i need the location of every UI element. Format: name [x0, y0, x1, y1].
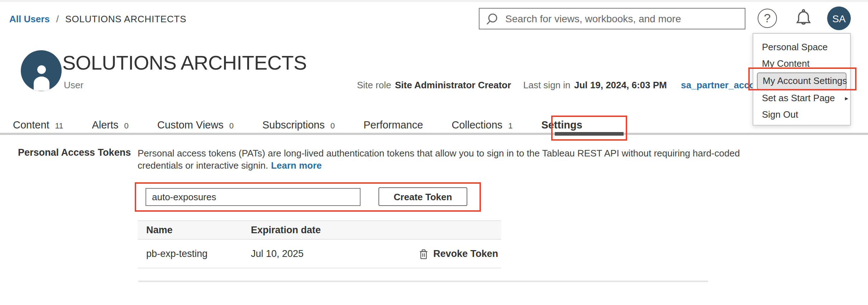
profile-avatar-icon: [21, 50, 62, 91]
pat-section-label: Personal Access Tokens: [18, 147, 131, 158]
menu-item-sign-out[interactable]: Sign Out: [753, 106, 850, 123]
tab-subscriptions[interactable]: Subscriptions0: [262, 119, 335, 131]
top-edge-strip: [0, 0, 868, 2]
user-avatar-button[interactable]: SA: [827, 6, 851, 30]
last-sign-in-label: Last sign in: [523, 80, 571, 90]
pat-description-line2: credentials or interactive signin.: [138, 160, 268, 171]
tab-bar: Content11 Alerts0 Custom Views0 Subscrip…: [13, 119, 582, 131]
selected-tab-underline: [555, 132, 624, 135]
menu-item-my-account-settings[interactable]: My Account Settings: [753, 72, 850, 90]
create-token-button[interactable]: Create Token: [378, 187, 467, 206]
submenu-arrow-icon: ▸: [845, 94, 848, 102]
breadcrumb-all-users-link[interactable]: All Users: [9, 14, 50, 24]
page-title: SOLUTIONS ARCHITECTS: [62, 52, 307, 75]
pat-description-line1: Personal access tokens (PATs) are long-l…: [138, 147, 740, 159]
tab-custom-views-count: 0: [229, 121, 234, 130]
user-type-label: User: [64, 80, 84, 90]
tab-content-count: 11: [55, 121, 63, 130]
search-icon: [485, 12, 499, 25]
menu-item-highlight: My Account Settings: [757, 72, 846, 89]
notifications-bell-icon[interactable]: [793, 8, 814, 29]
token-name-input[interactable]: [146, 188, 361, 206]
trash-icon: [419, 248, 429, 259]
last-sign-in-value: Jul 19, 2024, 6:03 PM: [574, 80, 667, 90]
search-input[interactable]: [505, 13, 739, 24]
header-name: Name: [138, 225, 251, 235]
help-glyph: ?: [764, 11, 771, 25]
token-name-cell: pb-exp-testing: [138, 248, 251, 259]
site-role-label: Site role: [357, 80, 391, 90]
menu-item-my-content[interactable]: My Content: [753, 55, 850, 72]
breadcrumb-current: SOLUTIONS ARCHITECTS: [65, 14, 186, 24]
token-table-header: Name Expiration date: [138, 220, 501, 240]
revoke-token-button[interactable]: Revoke Token: [433, 248, 498, 259]
pat-description: Personal access tokens (PATs) are long-l…: [138, 147, 740, 172]
menu-item-personal-space[interactable]: Personal Space: [753, 39, 850, 55]
section-divider: [138, 281, 708, 282]
avatar-initials: SA: [832, 13, 845, 24]
tab-performance[interactable]: Performance: [363, 119, 423, 131]
page: All Users / SOLUTIONS ARCHITECTS ? SA SO…: [0, 0, 868, 305]
token-expiration-cell: Jul 10, 2025: [251, 248, 380, 259]
breadcrumb: All Users / SOLUTIONS ARCHITECTS: [9, 14, 186, 24]
menu-item-set-as-start-page[interactable]: Set as Start Page ▸: [753, 90, 850, 106]
learn-more-link[interactable]: Learn more: [271, 160, 322, 171]
tab-subscriptions-count: 0: [330, 121, 335, 130]
tab-content[interactable]: Content11: [13, 119, 63, 131]
tab-settings[interactable]: Settings: [541, 119, 582, 131]
tab-alerts[interactable]: Alerts0: [92, 119, 128, 131]
tab-bar-baseline: [0, 133, 868, 135]
site-role-value: Site Administrator Creator: [395, 80, 511, 90]
account-name-link[interactable]: sa_partner_accou: [681, 80, 761, 90]
token-table: Name Expiration date pb-exp-testing Jul …: [138, 220, 501, 268]
tab-collections-count: 1: [508, 121, 512, 130]
header-expiration: Expiration date: [251, 225, 380, 235]
tab-collections[interactable]: Collections1: [452, 119, 512, 131]
search-box[interactable]: [479, 8, 745, 29]
breadcrumb-separator: /: [56, 14, 59, 24]
help-icon[interactable]: ?: [758, 9, 777, 28]
tab-alerts-count: 0: [124, 121, 129, 130]
user-account-menu: Personal Space My Content My Account Set…: [753, 33, 851, 126]
table-row: pb-exp-testing Jul 10, 2025 Revoke Token: [138, 240, 501, 268]
tab-custom-views[interactable]: Custom Views0: [157, 119, 234, 131]
